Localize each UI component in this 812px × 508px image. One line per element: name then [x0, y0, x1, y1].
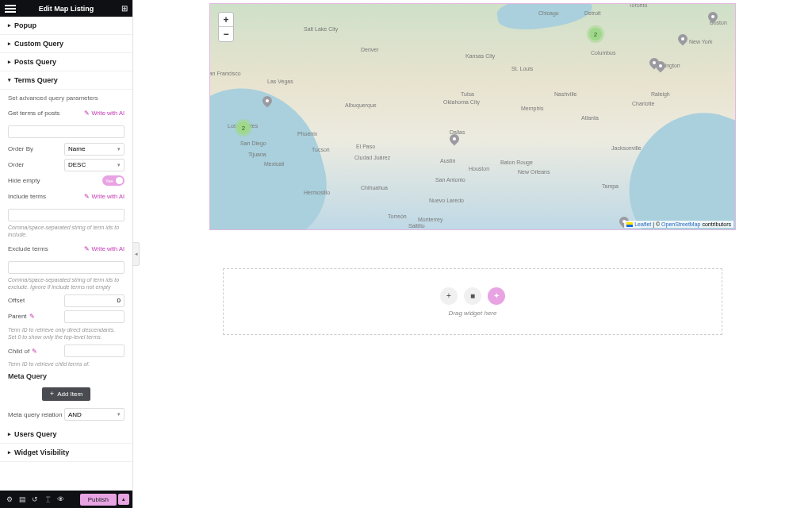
section-users-query[interactable]: ▸Users Query [0, 425, 132, 444]
collapse-sidebar[interactable]: ◂ [133, 242, 140, 266]
city-label: St. Louis [511, 66, 533, 71]
childof-input[interactable] [64, 344, 124, 357]
drop-zone[interactable]: + ■ ✦ Drag widget here [223, 268, 722, 335]
map-cluster[interactable]: 2 [237, 121, 250, 134]
hideempty-label: Hide empty [8, 177, 40, 184]
map-pin[interactable] [676, 33, 690, 46]
city-label: Denver [361, 47, 379, 52]
hideempty-toggle[interactable]: Yes [102, 175, 124, 186]
city-label: Jacksonville [611, 145, 642, 151]
city-label: Tucson [312, 147, 330, 152]
section-popup[interactable]: ▸Popup [0, 17, 132, 35]
section-terms-query[interactable]: ▾Terms Query [0, 71, 132, 90]
section-posts-query[interactable]: ▸Posts Query [0, 53, 132, 71]
osm-link[interactable]: OpenStreetMap [661, 221, 700, 227]
city-label: Salt Lake City [304, 26, 338, 32]
excludeterms-input[interactable] [8, 261, 124, 274]
section-custom-query[interactable]: ▸Custom Query [0, 35, 132, 53]
zoom-out-button[interactable]: − [219, 27, 233, 41]
history-icon[interactable]: ↺ [29, 495, 41, 503]
add-template-button[interactable]: ■ [464, 287, 481, 305]
city-label: Nuevo Laredo [429, 198, 464, 203]
publish-button[interactable]: Publish [80, 494, 117, 506]
offset-input[interactable] [64, 294, 124, 307]
sidebar-scroll[interactable]: ▸Popup ▸Custom Query ▸Posts Query ▾Terms… [0, 17, 132, 491]
city-label: Toronto [629, 3, 647, 8]
relation-label: Meta query relation [8, 411, 62, 418]
includeterms-label: Include terms [8, 193, 46, 200]
parent-label: Parent [8, 313, 27, 320]
section-widget-visibility[interactable]: ▸Widget Visibility [0, 444, 132, 462]
city-label: Columbus [591, 50, 616, 56]
add-item-button[interactable]: +Add Item [42, 387, 90, 401]
city-label: Monterrey [418, 217, 443, 222]
excludeterms-helper: Comma/space-separated string of term ids… [8, 276, 124, 291]
city-label: Phoenix [297, 131, 317, 137]
city-label: Detroit [584, 10, 601, 16]
get-terms-label: Get terms of posts [8, 110, 59, 117]
preview-icon[interactable]: 👁 [54, 495, 67, 503]
city-label: Tampa [602, 183, 619, 189]
bottom-bar: ⚙ ▤ ↺ ⌶ 👁 Publish ▴ [0, 491, 132, 508]
includeterms-input[interactable] [8, 209, 124, 221]
city-label: San Francisco [209, 71, 241, 76]
write-with-ai-exclude[interactable]: ✎ Write with AI [84, 245, 124, 252]
publish-options[interactable]: ▴ [118, 494, 129, 505]
zoom-in-button[interactable]: + [219, 13, 233, 27]
city-label: Baton Rouge [500, 160, 533, 165]
includeterms-helper: Comma/space-separated string of term ids… [8, 224, 124, 238]
city-label: Charlotte [632, 101, 654, 106]
city-label: Saltillo [408, 223, 425, 229]
city-label: New Orleans [518, 169, 550, 175]
section-terms-query-body: Set advanced query parameters Get terms … [0, 90, 132, 425]
order-select[interactable]: DESC [64, 159, 124, 171]
city-label: Ciudad Juárez [354, 155, 390, 160]
order-label: Order [8, 161, 24, 168]
city-label: Houston [469, 166, 489, 171]
city-label: Mexicali [264, 161, 284, 167]
write-with-ai-getterms[interactable]: ✎ Write with AI [84, 110, 124, 117]
ai-widget-button[interactable]: ✦ [488, 287, 505, 305]
city-label: Chicago [538, 10, 559, 16]
write-with-ai-include[interactable]: ✎ Write with AI [84, 193, 124, 200]
settings-icon[interactable]: ⚙ [3, 495, 16, 503]
orderby-select[interactable]: Name [64, 143, 124, 156]
city-label: Kansas City [465, 53, 495, 59]
widgets-icon[interactable]: ⊞ [121, 4, 128, 13]
responsive-icon[interactable]: ⌶ [41, 495, 54, 503]
navigator-icon[interactable]: ▤ [16, 495, 29, 503]
orderby-label: Order By [8, 145, 33, 152]
city-label: Tijuana [248, 152, 266, 157]
terms-desc: Set advanced query parameters [8, 94, 124, 102]
get-terms-input[interactable] [8, 125, 124, 138]
ai-icon-child[interactable]: ✎ [32, 348, 37, 355]
city-label: Raleigh [651, 91, 670, 97]
city-label: Las Vegas [267, 79, 293, 84]
map-widget[interactable]: + − DetroitChicagoTorontoSalt Lake CityD… [209, 3, 736, 230]
drop-zone-text: Drag widget here [449, 310, 497, 317]
relation-select[interactable]: AND [64, 408, 124, 421]
childof-helper: Term ID to retrieve child terms of. [8, 360, 124, 368]
city-label: New York [689, 39, 713, 44]
sidebar: Edit Map Listing ⊞ ▸Popup ▸Custom Query … [0, 0, 133, 508]
childof-label: Child of [8, 348, 29, 355]
city-label: San Diego [240, 140, 266, 146]
add-widget-button[interactable]: + [440, 287, 458, 305]
city-label: San Antonio [435, 177, 465, 183]
ai-icon-parent[interactable]: ✎ [29, 313, 35, 320]
plus-icon: + [50, 391, 54, 398]
menu-icon[interactable] [5, 5, 16, 13]
city-label: Torreón [388, 214, 407, 219]
parent-helper: Term ID to retrieve only direct descenda… [8, 326, 124, 341]
city-label: Chihuahua [361, 185, 388, 190]
canvas: ◂ + − DetroitChicagoTorontoSalt Lake Cit… [133, 0, 812, 508]
parent-input[interactable] [64, 310, 124, 323]
city-label: Tulsa [461, 91, 474, 97]
city-label: Hermosillo [304, 190, 330, 195]
city-label: El Paso [356, 144, 375, 149]
page-title: Edit Map Listing [39, 5, 94, 13]
city-label: Atlanta [581, 115, 599, 121]
leaflet-link[interactable]: Leaflet [634, 221, 651, 227]
map-cluster[interactable]: 2 [589, 28, 602, 40]
city-label: Memphis [521, 106, 543, 111]
